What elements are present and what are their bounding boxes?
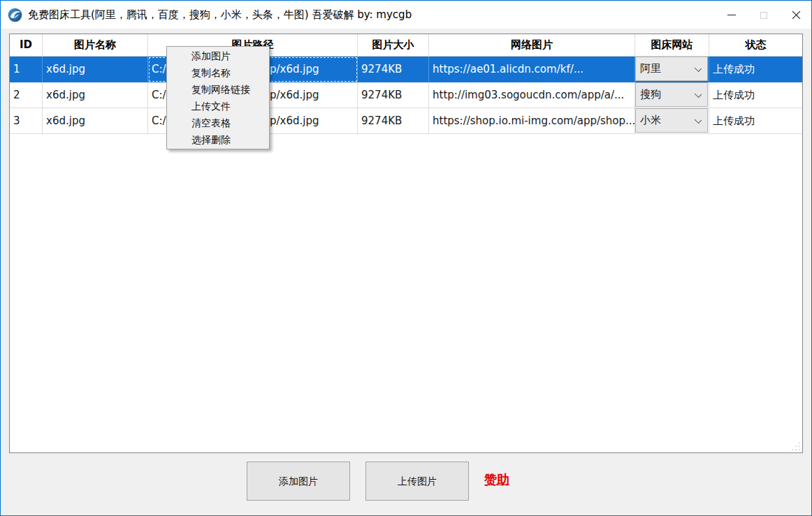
cell-url[interactable]: https://shop.io.mi-img.com/app/shop... xyxy=(429,108,635,134)
chevron-down-icon xyxy=(695,117,702,124)
cell-size[interactable]: 9274KB xyxy=(358,57,429,82)
menu-item-copy-name[interactable]: 复制名称 xyxy=(167,64,269,81)
cell-status[interactable]: 上传成功 xyxy=(709,57,802,82)
column-header-name[interactable]: 图片名称 xyxy=(43,34,148,57)
cell-site: 搜狗 xyxy=(635,82,709,108)
app-logo-icon xyxy=(8,8,22,22)
cell-site: 阿里 xyxy=(635,57,709,82)
table-header-row: ID 图片名称 图片路径 图片大小 网络图片 图床网站 状态 xyxy=(10,34,802,57)
close-icon xyxy=(792,10,801,20)
maximize-button[interactable] xyxy=(748,1,780,29)
chevron-down-icon xyxy=(695,91,702,98)
cell-site: 小米 xyxy=(635,108,709,134)
site-select[interactable]: 搜狗 xyxy=(635,82,708,107)
menu-item-clear-table[interactable]: 清空表格 xyxy=(167,115,269,131)
minimize-button[interactable] xyxy=(716,1,748,29)
table-row[interactable]: 3 x6d.jpg C:/ p/x6d.jpg 9274KB https://s… xyxy=(10,108,802,134)
sponsor-link[interactable]: 赞助 xyxy=(484,471,509,488)
path-fragment-left: C:/ xyxy=(152,89,166,101)
chevron-down-icon xyxy=(695,65,702,72)
path-fragment-right: p/x6d.jpg xyxy=(270,82,319,108)
site-select[interactable]: 小米 xyxy=(635,108,708,133)
column-header-size[interactable]: 图片大小 xyxy=(358,34,429,57)
cell-status[interactable]: 上传成功 xyxy=(709,108,802,134)
caption-buttons xyxy=(716,1,812,29)
menu-item-add-image[interactable]: 添加图片 xyxy=(167,47,269,64)
cell-status[interactable]: 上传成功 xyxy=(709,82,802,108)
menu-item-select-delete[interactable]: 选择删除 xyxy=(167,131,269,148)
cell-name[interactable]: x6d.jpg xyxy=(43,108,148,134)
menu-item-upload-file[interactable]: 上传文件 xyxy=(167,98,269,115)
image-table: ID 图片名称 图片路径 图片大小 网络图片 图床网站 状态 1 x6d.jpg… xyxy=(9,34,803,453)
cell-url[interactable]: http://img03.sogoucdn.com/app/a/... xyxy=(429,82,635,108)
context-menu: 添加图片 复制名称 复制网络链接 上传文件 清空表格 选择删除 xyxy=(166,46,270,149)
cell-id[interactable]: 3 xyxy=(10,108,43,134)
table-row[interactable]: 2 x6d.jpg C:/ p/x6d.jpg 9274KB http://im… xyxy=(10,82,802,108)
column-header-status[interactable]: 状态 xyxy=(709,34,802,57)
site-select-value: 搜狗 xyxy=(640,88,661,101)
column-header-url[interactable]: 网络图片 xyxy=(429,34,635,57)
cell-id[interactable]: 1 xyxy=(10,57,43,82)
cell-size[interactable]: 9274KB xyxy=(358,108,429,134)
window-title: 免费图床工具(阿里，腾讯，百度，搜狗，小米，头条，牛图) 吾爱破解 by: my… xyxy=(28,8,412,22)
maximize-icon xyxy=(760,12,767,19)
add-image-button[interactable]: 添加图片 xyxy=(247,462,350,501)
cell-name[interactable]: x6d.jpg xyxy=(43,82,148,108)
minimize-icon xyxy=(727,15,736,15)
path-fragment-right: p/x6d.jpg xyxy=(270,57,319,82)
path-fragment-left: C:/ xyxy=(152,115,166,127)
cell-name[interactable]: x6d.jpg xyxy=(43,57,148,82)
cell-id[interactable]: 2 xyxy=(10,82,43,108)
table-row[interactable]: 1 x6d.jpg C:/ p/x6d.jpg 9274KB https://a… xyxy=(10,57,802,82)
cell-size[interactable]: 9274KB xyxy=(358,82,429,108)
title-bar: 免费图床工具(阿里，腾讯，百度，搜狗，小米，头条，牛图) 吾爱破解 by: my… xyxy=(1,1,812,29)
path-fragment-right: p/x6d.jpg xyxy=(270,108,319,133)
close-button[interactable] xyxy=(780,1,812,29)
site-select-value: 小米 xyxy=(640,114,661,126)
menu-item-copy-link[interactable]: 复制网络链接 xyxy=(167,81,269,98)
site-select[interactable]: 阿里 xyxy=(635,57,708,81)
path-fragment-left: C:/ xyxy=(152,63,166,75)
column-header-site[interactable]: 图床网站 xyxy=(635,34,709,57)
upload-image-button[interactable]: 上传图片 xyxy=(365,462,469,501)
column-header-id[interactable]: ID xyxy=(10,34,43,57)
site-select-value: 阿里 xyxy=(640,62,661,75)
resize-grip xyxy=(791,441,801,451)
cell-url[interactable]: https://ae01.alicdn.com/kf/... xyxy=(429,57,635,82)
app-window: 免费图床工具(阿里，腾讯，百度，搜狗，小米，头条，牛图) 吾爱破解 by: my… xyxy=(0,0,812,516)
